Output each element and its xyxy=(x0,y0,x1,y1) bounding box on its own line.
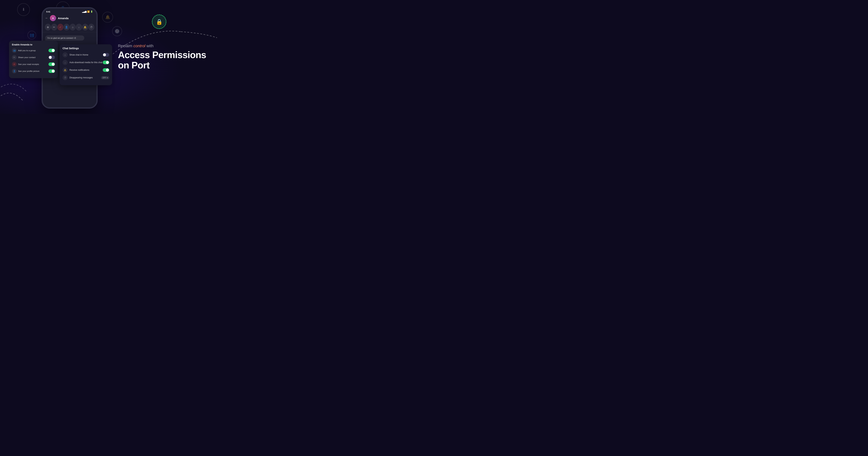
perm-row-share-contact: ✂ Share your contact xyxy=(12,55,55,60)
setting-icon-download: ↓ xyxy=(63,60,68,65)
perm-label-read-receipts: See your read receipts xyxy=(18,63,39,65)
check-action-btn[interactable]: ✓ xyxy=(57,24,63,31)
perm-label-add-group: Add you to a group xyxy=(18,49,36,52)
tagline-suffix: with xyxy=(145,44,154,48)
perm-icon-read-receipts: ⊘ xyxy=(12,62,17,66)
tagline-prefix: Reclaim xyxy=(118,44,133,48)
setting-label-download: Auto-download media for this chat xyxy=(69,61,102,64)
group-action-btn[interactable]: ⊕ xyxy=(45,24,51,31)
bell-action-btn[interactable]: 🔔 xyxy=(82,24,88,31)
toggle-profile-pic[interactable] xyxy=(49,69,55,73)
signal-icon: ▂▄▆ xyxy=(82,10,87,13)
disappear-off-badge[interactable]: OFF ▾ xyxy=(101,76,109,79)
setting-label-disappear: Disappearing messages xyxy=(69,76,93,79)
toggle-auto-dl[interactable] xyxy=(103,61,109,64)
avatar: A xyxy=(50,15,56,21)
perm-icon-add-group: 👥 xyxy=(12,48,17,53)
headline-line2: on Port xyxy=(118,60,150,70)
perm-row-add-group: 👥 Add you to a group xyxy=(12,48,55,53)
message-bubble: I'm so glad we got to connect <3 xyxy=(45,35,84,40)
profile-action-btn[interactable]: 👤 xyxy=(63,24,70,31)
setting-row-notifications: 🔔 Receive notifications xyxy=(63,67,109,73)
setting-label-home: Show chat in Home xyxy=(69,54,88,56)
setting-icon-bell: 🔔 xyxy=(63,67,68,73)
battery-icon: 🔋 xyxy=(90,10,93,13)
time-display: 9:41 xyxy=(46,11,50,13)
perm-label-share-contact: Share your contact xyxy=(18,56,36,58)
action-icon-row: ⊕ ✂ ✓ 👤 ⌂ ↓ 🔔 ⏱ xyxy=(43,23,97,32)
perm-row-profile-pic: 👤 See your profile picture xyxy=(12,69,55,74)
setting-label-notifications: Receive notifications xyxy=(69,69,89,71)
setting-icon-timer: ⏱ xyxy=(63,75,68,80)
tagline: Reclaim control with xyxy=(118,44,206,48)
right-content: Reclaim control with Access Permissions … xyxy=(118,44,206,70)
lock-icon: 🔒 xyxy=(156,19,162,25)
perm-label-profile-pic: See your profile picture xyxy=(18,70,39,72)
toggle-share-contact[interactable] xyxy=(49,56,55,59)
chevron-down-icon: ▾ xyxy=(107,77,108,79)
permission-panel-title: Enable Amanda to xyxy=(12,43,55,46)
status-bar: 9:41 ▂▄▆ 📶 🔋 xyxy=(43,8,97,14)
setting-row-show-home: ⌂ Show chat in Home xyxy=(63,52,109,57)
back-button[interactable]: ← xyxy=(45,17,48,20)
tagline-accent: control xyxy=(133,44,145,48)
setting-row-auto-dl: ↓ Auto-download media for this chat xyxy=(63,60,109,65)
headline: Access Permissions on Port xyxy=(118,50,206,70)
settings-panel-title: Chat Settings xyxy=(63,47,109,50)
clock-float-icon: 🕐 xyxy=(112,26,122,36)
setting-row-disappear: ⏱ Disappearing messages OFF ▾ xyxy=(63,75,109,80)
toggle-show-home[interactable] xyxy=(103,53,109,57)
chat-header: ← A Amanda xyxy=(43,14,97,23)
bell-float-icon: 🔔 xyxy=(102,12,113,23)
perm-icon-profile-pic: 👤 xyxy=(12,69,17,74)
wifi-icon: 📶 xyxy=(87,10,90,13)
contact-name: Amanda xyxy=(58,17,68,20)
chat-settings-panel: Chat Settings ⌂ Show chat in Home ↓ Auto… xyxy=(60,44,112,85)
toggle-add-group[interactable] xyxy=(49,49,55,52)
home-action-btn[interactable]: ⌂ xyxy=(70,24,76,31)
toggle-read-receipts[interactable] xyxy=(49,62,55,66)
lock-circle: 🔒 xyxy=(152,15,166,29)
timer-action-btn[interactable]: ⏱ xyxy=(88,24,94,31)
download-float-icon: ⬇ xyxy=(17,3,30,16)
perm-row-read-receipts: ⊘ See your read receipts xyxy=(12,62,55,66)
group-float-icon: 👥 xyxy=(28,31,36,39)
headline-line1: Access Permissions xyxy=(118,50,206,60)
dl-action-btn[interactable]: ↓ xyxy=(76,24,82,31)
scissors-action-btn[interactable]: ✂ xyxy=(51,24,57,31)
setting-icon-home: ⌂ xyxy=(63,52,68,57)
permission-panel: Enable Amanda to 👥 Add you to a group ✂ … xyxy=(9,41,58,78)
toggle-notifications[interactable] xyxy=(103,68,109,72)
perm-icon-share-contact: ✂ xyxy=(12,55,17,60)
